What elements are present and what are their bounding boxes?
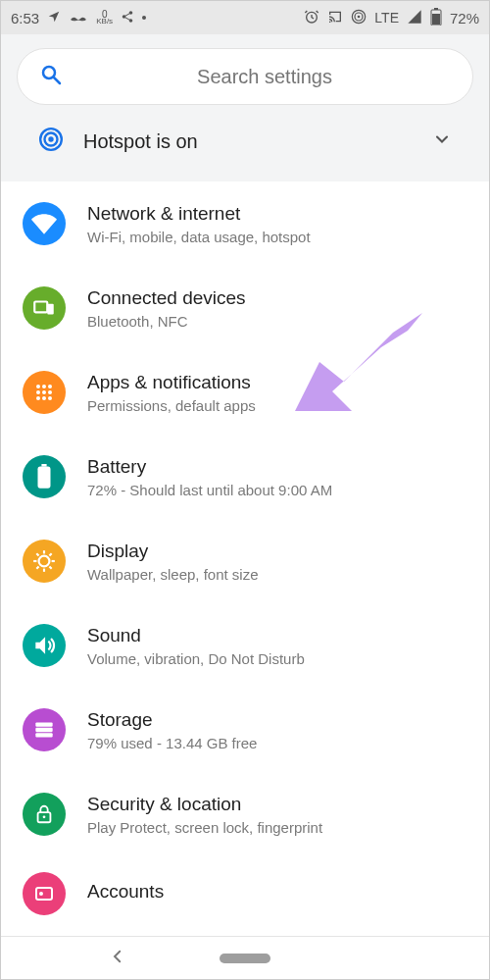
dot-icon — [142, 16, 146, 20]
svg-rect-5 — [432, 14, 440, 25]
item-display[interactable]: Display Wallpaper, sleep, font size — [1, 519, 489, 603]
battery-percent: 72% — [450, 10, 479, 26]
svg-rect-38 — [36, 888, 52, 900]
svg-point-18 — [48, 390, 52, 394]
network-lte: LTE — [374, 10, 399, 26]
signal-icon — [407, 9, 422, 27]
search-input[interactable] — [78, 66, 451, 88]
svg-rect-33 — [35, 722, 52, 726]
svg-point-16 — [36, 390, 40, 394]
data-speed-icon: 0 KB/s — [96, 11, 113, 25]
item-subtitle: Wi-Fi, mobile, data usage, hotspot — [87, 229, 467, 245]
svg-point-37 — [43, 815, 46, 818]
item-subtitle: 72% - Should last until about 9:00 AM — [87, 482, 467, 498]
svg-point-17 — [42, 390, 46, 394]
devices-icon — [23, 286, 66, 330]
item-security-location[interactable]: Security & location Play Protect, screen… — [1, 772, 489, 856]
svg-rect-12 — [47, 304, 54, 315]
item-apps-notifications[interactable]: Apps & notifications Permissions, defaul… — [1, 350, 489, 435]
svg-rect-34 — [35, 728, 52, 732]
hotspot-label: Hotspot is on — [83, 130, 413, 153]
search-icon — [39, 63, 63, 90]
back-button[interactable] — [109, 948, 126, 969]
storage-icon — [23, 708, 66, 751]
item-title: Battery — [87, 456, 467, 478]
svg-rect-23 — [38, 467, 51, 489]
svg-point-24 — [39, 556, 50, 567]
nav-bar — [1, 936, 489, 979]
battery-icon — [430, 8, 442, 28]
sound-icon — [23, 624, 66, 667]
svg-rect-11 — [34, 302, 47, 313]
svg-rect-22 — [41, 464, 46, 467]
chevron-down-icon[interactable] — [432, 129, 452, 153]
item-title: Accounts — [87, 881, 467, 903]
item-title: Display — [87, 541, 467, 562]
hotspot-icon — [38, 127, 64, 156]
item-storage[interactable]: Storage 79% used - 13.44 GB free — [1, 688, 489, 772]
svg-point-13 — [36, 385, 40, 388]
item-title: Network & internet — [87, 203, 467, 225]
item-battery[interactable]: Battery 72% - Should last until about 9:… — [1, 435, 489, 519]
wifi-icon — [23, 202, 66, 245]
status-time: 6:53 — [11, 10, 39, 26]
item-title: Storage — [87, 709, 467, 731]
item-title: Connected devices — [87, 287, 467, 309]
item-subtitle: Volume, vibration, Do Not Disturb — [87, 650, 467, 667]
item-title: Sound — [87, 625, 467, 646]
svg-point-14 — [42, 385, 46, 388]
item-subtitle: Bluetooth, NFC — [87, 313, 467, 330]
item-accounts[interactable]: Accounts — [1, 856, 489, 915]
item-subtitle: Permissions, default apps — [87, 397, 467, 414]
svg-line-7 — [54, 77, 60, 83]
svg-point-15 — [48, 385, 52, 388]
mustache-icon — [69, 10, 88, 26]
status-bar: 6:53 0 KB/s LTE 72% — [1, 1, 489, 34]
svg-point-0 — [358, 15, 361, 18]
svg-line-32 — [49, 553, 51, 555]
cast-icon — [327, 9, 343, 27]
hotspot-row[interactable]: Hotspot is on — [17, 105, 473, 174]
search-bar[interactable] — [17, 48, 473, 105]
item-sound[interactable]: Sound Volume, vibration, Do Not Disturb — [1, 603, 489, 688]
home-pill[interactable] — [220, 954, 270, 963]
item-title: Apps & notifications — [87, 372, 467, 393]
svg-point-19 — [36, 396, 40, 400]
display-icon — [23, 540, 66, 583]
alarm-icon — [304, 9, 319, 27]
item-subtitle: 79% used - 13.44 GB free — [87, 735, 467, 751]
item-subtitle: Wallpaper, sleep, font size — [87, 566, 467, 583]
item-network-internet[interactable]: Network & internet Wi-Fi, mobile, data u… — [1, 181, 489, 266]
svg-line-29 — [36, 553, 38, 555]
svg-point-39 — [39, 892, 43, 896]
apps-icon — [23, 371, 66, 414]
svg-point-8 — [48, 136, 53, 141]
header-area: Hotspot is on — [1, 34, 489, 181]
svg-rect-35 — [35, 733, 52, 737]
svg-line-30 — [49, 566, 51, 568]
svg-line-31 — [36, 566, 38, 568]
settings-list: Network & internet Wi-Fi, mobile, data u… — [1, 181, 489, 915]
item-subtitle: Play Protect, screen lock, fingerprint — [87, 819, 467, 836]
battery-circle-icon — [23, 455, 66, 498]
accounts-icon — [23, 872, 66, 915]
item-connected-devices[interactable]: Connected devices Bluetooth, NFC — [1, 266, 489, 350]
location-icon — [47, 10, 61, 26]
hotspot-status-icon — [351, 9, 367, 27]
svg-point-21 — [48, 396, 52, 400]
share-icon — [121, 10, 134, 26]
lock-icon — [23, 793, 66, 836]
svg-point-20 — [42, 396, 46, 400]
item-title: Security & location — [87, 794, 467, 815]
